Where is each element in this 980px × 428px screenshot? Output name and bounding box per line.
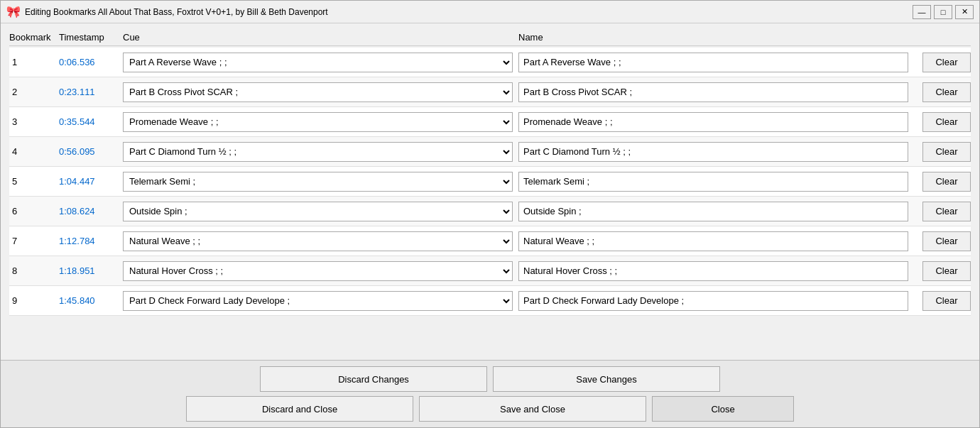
clear-button-1[interactable]: Clear: [922, 53, 971, 72]
cell-cue-3[interactable]: Promenade Weave ; ;: [123, 112, 518, 132]
cell-timestamp-3: 0:35.544: [59, 116, 123, 127]
clear-button-4[interactable]: Clear: [922, 142, 971, 162]
cue-select-2[interactable]: Part B Cross Pivot SCAR ;: [123, 82, 513, 102]
cell-name-6[interactable]: [518, 202, 914, 221]
cell-bookmark-8: 8: [9, 265, 59, 276]
name-input-7[interactable]: [518, 231, 908, 251]
table-row: 2 0:23.111 Part B Cross Pivot SCAR ; Cle…: [9, 77, 971, 107]
close-window-button[interactable]: ✕: [955, 5, 974, 19]
cell-bookmark-5: 5: [9, 176, 59, 187]
cell-clear-8: Clear: [914, 261, 971, 281]
name-input-3[interactable]: [518, 112, 908, 132]
name-input-6[interactable]: [518, 202, 908, 221]
name-input-2[interactable]: [518, 82, 908, 102]
cell-bookmark-6: 6: [9, 206, 59, 216]
cell-timestamp-8: 1:18.951: [59, 265, 123, 276]
table-body: 1 0:06.536 Part A Reverse Wave ; ; Clear…: [9, 48, 971, 354]
cell-timestamp-4: 0:56.095: [59, 146, 123, 157]
cell-cue-6[interactable]: Outside Spin ;: [123, 202, 518, 221]
table-row: 6 1:08.624 Outside Spin ; Clear: [9, 197, 971, 226]
cell-timestamp-2: 0:23.111: [59, 87, 123, 97]
clear-button-7[interactable]: Clear: [922, 231, 971, 251]
footer: Discard Changes Save Changes Discard and…: [1, 360, 979, 427]
main-window: 🎀 Editing Bookmarks All About That Bass,…: [0, 0, 980, 428]
cell-bookmark-7: 7: [9, 236, 59, 246]
name-input-9[interactable]: [518, 291, 908, 311]
discard-and-close-button[interactable]: Discard and Close: [186, 396, 413, 422]
cell-cue-8[interactable]: Natural Hover Cross ; ;: [123, 261, 518, 281]
window-title: Editing Bookmarks All About That Bass, F…: [25, 7, 328, 17]
clear-button-3[interactable]: Clear: [922, 112, 971, 132]
clear-button-6[interactable]: Clear: [922, 202, 971, 221]
cell-clear-9: Clear: [914, 291, 971, 311]
cell-timestamp-1: 0:06.536: [59, 57, 123, 67]
cell-name-9[interactable]: [518, 291, 914, 311]
cell-bookmark-2: 2: [9, 87, 59, 97]
clear-button-5[interactable]: Clear: [922, 172, 971, 192]
minimize-button[interactable]: —: [913, 5, 931, 19]
cell-name-3[interactable]: [518, 112, 914, 132]
cell-name-7[interactable]: [518, 231, 914, 251]
cell-cue-7[interactable]: Natural Weave ; ;: [123, 231, 518, 251]
cell-clear-6: Clear: [914, 202, 971, 221]
cell-name-4[interactable]: [518, 142, 914, 162]
cell-clear-3: Clear: [914, 112, 971, 132]
cell-name-5[interactable]: [518, 172, 914, 192]
clear-button-8[interactable]: Clear: [922, 261, 971, 281]
name-input-5[interactable]: [518, 172, 908, 192]
cell-timestamp-9: 1:45.840: [59, 295, 123, 306]
cell-bookmark-1: 1: [9, 57, 59, 67]
cell-cue-2[interactable]: Part B Cross Pivot SCAR ;: [123, 82, 518, 102]
title-bar: 🎀 Editing Bookmarks All About That Bass,…: [1, 1, 979, 23]
close-button[interactable]: Close: [652, 396, 794, 422]
cell-clear-4: Clear: [914, 142, 971, 162]
cell-clear-2: Clear: [914, 82, 971, 102]
table-header: Bookmark Timestamp Cue Name: [9, 29, 971, 46]
name-input-1[interactable]: [518, 53, 908, 72]
table-row: 4 0:56.095 Part C Diamond Turn ½ ; ; Cle…: [9, 137, 971, 167]
header-cue: Cue: [123, 32, 518, 43]
title-controls: — □ ✕: [913, 5, 974, 19]
cue-select-5[interactable]: Telemark Semi ;: [123, 172, 513, 192]
cell-cue-4[interactable]: Part C Diamond Turn ½ ; ;: [123, 142, 518, 162]
name-input-4[interactable]: [518, 142, 908, 162]
footer-row-2: Discard and Close Save and Close Close: [9, 396, 971, 422]
name-input-8[interactable]: [518, 261, 908, 281]
cell-cue-1[interactable]: Part A Reverse Wave ; ;: [123, 53, 518, 72]
cell-bookmark-9: 9: [9, 295, 59, 306]
cell-bookmark-4: 4: [9, 146, 59, 157]
cue-select-3[interactable]: Promenade Weave ; ;: [123, 112, 513, 132]
title-bar-left: 🎀 Editing Bookmarks All About That Bass,…: [6, 5, 328, 18]
cell-clear-7: Clear: [914, 231, 971, 251]
cue-select-9[interactable]: Part D Check Forward Lady Develope ;: [123, 291, 513, 311]
clear-button-9[interactable]: Clear: [922, 291, 971, 311]
cue-select-8[interactable]: Natural Hover Cross ; ;: [123, 261, 513, 281]
cell-timestamp-7: 1:12.784: [59, 236, 123, 246]
table-row: 5 1:04.447 Telemark Semi ; Clear: [9, 167, 971, 197]
cell-name-1[interactable]: [518, 53, 914, 72]
cell-timestamp-6: 1:08.624: [59, 206, 123, 216]
cell-bookmark-3: 3: [9, 116, 59, 127]
app-icon: 🎀: [6, 5, 21, 18]
header-bookmark: Bookmark: [9, 32, 59, 43]
cue-select-7[interactable]: Natural Weave ; ;: [123, 231, 513, 251]
save-and-close-button[interactable]: Save and Close: [419, 396, 646, 422]
cell-name-8[interactable]: [518, 261, 914, 281]
cell-clear-5: Clear: [914, 172, 971, 192]
cell-cue-5[interactable]: Telemark Semi ;: [123, 172, 518, 192]
clear-button-2[interactable]: Clear: [922, 82, 971, 102]
cell-cue-9[interactable]: Part D Check Forward Lady Develope ;: [123, 291, 518, 311]
table-row: 9 1:45.840 Part D Check Forward Lady Dev…: [9, 286, 971, 316]
header-name: Name: [518, 32, 914, 43]
table-row: 3 0:35.544 Promenade Weave ; ; Clear: [9, 107, 971, 137]
cue-select-1[interactable]: Part A Reverse Wave ; ;: [123, 53, 513, 72]
cue-select-6[interactable]: Outside Spin ;: [123, 202, 513, 221]
maximize-button[interactable]: □: [934, 5, 952, 19]
discard-changes-button[interactable]: Discard Changes: [260, 366, 487, 392]
cell-timestamp-5: 1:04.447: [59, 176, 123, 187]
footer-row-1: Discard Changes Save Changes: [9, 366, 971, 392]
cell-name-2[interactable]: [518, 82, 914, 102]
content-area: Bookmark Timestamp Cue Name 1 0:06.536 P…: [1, 23, 979, 360]
cue-select-4[interactable]: Part C Diamond Turn ½ ; ;: [123, 142, 513, 162]
save-changes-button[interactable]: Save Changes: [493, 366, 720, 392]
